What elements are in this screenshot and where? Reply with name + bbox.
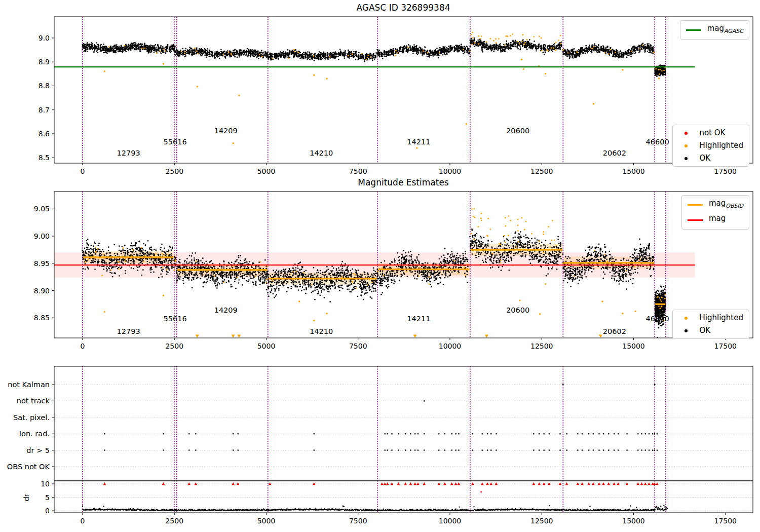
svg-text:8.5: 8.5: [39, 154, 50, 162]
obsid-annotation: 20600: [506, 306, 529, 314]
svg-text:10000: 10000: [439, 517, 462, 525]
svg-text:9.0: 9.0: [39, 34, 50, 42]
legend-label: magAGASC: [707, 24, 743, 35]
svg-text:8.9: 8.9: [39, 58, 50, 66]
figure: 0250050007500100001250015000175000250050…: [0, 0, 760, 532]
legend-item-highlighted: Highlighted: [678, 141, 743, 150]
orange-dot-icon: [685, 317, 688, 320]
obsid-annotation: 12793: [117, 149, 140, 157]
svg-text:8.7: 8.7: [39, 106, 50, 114]
black-dot-icon: [685, 157, 688, 160]
red-line-swatch: [688, 219, 703, 221]
obsid-annotation: 20600: [506, 127, 529, 135]
svg-text:10000: 10000: [439, 342, 462, 350]
svg-text:12500: 12500: [530, 517, 553, 525]
legend-label: not OK: [700, 129, 726, 137]
obsid-annotation: 46600: [646, 315, 669, 323]
svg-text:5000: 5000: [257, 167, 276, 175]
svg-text:0: 0: [45, 507, 50, 515]
svg-text:8.90: 8.90: [34, 287, 50, 295]
svg-text:0: 0: [81, 167, 85, 175]
svg-text:17500: 17500: [714, 167, 737, 175]
plot3-data: [54, 366, 753, 513]
legend-label: OK: [700, 326, 711, 335]
svg-text:12500: 12500: [530, 167, 553, 175]
dr-axis-label: dr: [22, 493, 30, 501]
svg-text:8.95: 8.95: [34, 259, 50, 268]
svg-text:5000: 5000: [257, 342, 276, 350]
legend-label: Highlighted: [700, 141, 743, 150]
plot2-data: [54, 192, 695, 338]
plot1-title: AGASC ID 326899384: [356, 3, 450, 13]
svg-text:8.8: 8.8: [39, 82, 50, 90]
flag-row-label: Ion. rad.: [19, 430, 50, 438]
legend-item-not-ok: not OK: [678, 129, 743, 137]
plot2-legend-mags: magOBSID mag: [681, 195, 749, 230]
svg-text:7500: 7500: [349, 167, 367, 175]
obsid-annotation: 20602: [603, 327, 626, 335]
legend-label: Highlighted: [700, 314, 743, 322]
plot2-title: Magnitude Estimates: [358, 177, 448, 187]
svg-text:8.6: 8.6: [39, 130, 50, 138]
legend-item-ok: OK: [678, 326, 743, 335]
flag-row-label: Sat. pixel.: [13, 413, 50, 422]
obsid-annotation: 14209: [214, 127, 238, 135]
svg-text:17500: 17500: [714, 342, 737, 350]
legend-label: mag: [709, 214, 726, 225]
plot1-legend-quality: not OK Highlighted OK: [672, 125, 749, 167]
svg-text:5: 5: [45, 493, 50, 502]
legend-item-highlighted: Highlighted: [678, 314, 743, 322]
plot2-legend-quality: Highlighted OK: [672, 310, 749, 339]
legend-label: OK: [700, 154, 711, 163]
svg-text:15000: 15000: [622, 167, 645, 175]
flag-row-label: not Kalman: [8, 381, 50, 389]
black-dot-icon: [685, 329, 688, 332]
obsid-annotation: 14211: [407, 138, 430, 146]
green-line-swatch: [686, 29, 701, 31]
svg-text:15000: 15000: [622, 517, 645, 525]
svg-text:0: 0: [81, 342, 85, 350]
svg-text:5000: 5000: [257, 517, 276, 525]
svg-text:10: 10: [41, 480, 50, 488]
plot1-legend-agasc: magAGASC: [680, 20, 749, 40]
svg-text:7500: 7500: [349, 517, 367, 525]
plot3-frame: [54, 366, 753, 513]
legend-item-mag: mag: [688, 214, 743, 225]
obsid-annotation: 12793: [117, 327, 140, 335]
svg-text:17500: 17500: [714, 517, 737, 525]
obsid-annotation: 14210: [310, 327, 333, 335]
legend-label: magOBSID: [709, 199, 743, 210]
svg-text:15000: 15000: [622, 342, 645, 350]
obsid-annotation: 14209: [214, 306, 238, 314]
svg-text:12500: 12500: [530, 342, 553, 350]
flag-row-label: not track: [17, 397, 50, 405]
obsid-annotation: 14210: [310, 149, 333, 157]
legend-item-ok: OK: [678, 154, 743, 163]
flag-row-label: OBS not OK: [7, 463, 50, 471]
orange-line-swatch: [688, 204, 703, 206]
legend-item-mag-agasc: magAGASC: [686, 24, 743, 35]
svg-text:2500: 2500: [165, 342, 183, 350]
legend-item-mag-obsid: magOBSID: [688, 199, 743, 210]
obsid-annotation: 20602: [603, 149, 626, 157]
red-dot-icon: [685, 132, 688, 135]
orange-dot-icon: [685, 144, 688, 147]
flag-row-label: dr > 5: [26, 446, 50, 454]
obsid-annotation: 14211: [407, 315, 430, 323]
svg-text:2500: 2500: [165, 517, 183, 525]
plot1-data: [54, 17, 695, 163]
svg-text:2500: 2500: [165, 167, 183, 175]
obsid-annotation: 46600: [646, 138, 669, 146]
svg-text:7500: 7500: [349, 342, 367, 350]
svg-text:0: 0: [81, 517, 85, 525]
svg-text:10000: 10000: [439, 167, 462, 175]
svg-text:8.85: 8.85: [34, 314, 50, 322]
plots-svg: 0250050007500100001250015000175000250050…: [0, 0, 760, 532]
obsid-annotation: 55616: [164, 315, 187, 323]
obsid-annotation: 55616: [164, 138, 187, 146]
svg-text:9.00: 9.00: [34, 232, 50, 240]
svg-text:9.05: 9.05: [34, 205, 50, 213]
